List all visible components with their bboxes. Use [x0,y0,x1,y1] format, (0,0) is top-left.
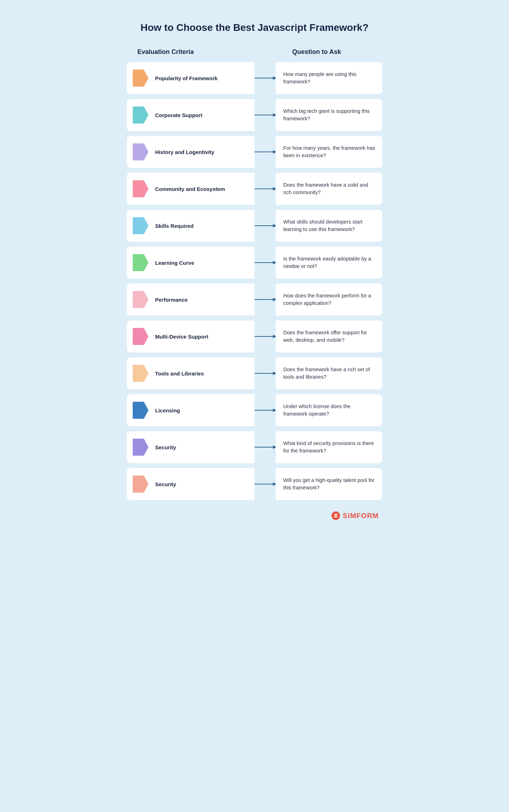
icon-wrapper [131,68,150,88]
bookmark-icon [132,180,149,198]
bookmark-icon [132,327,149,346]
right-panel: Does the framework offer support for web… [276,320,382,352]
bookmark-icon [132,401,149,419]
brand-name: SIMFORM [343,512,379,520]
criteria-row: Tools and Libraries Does the framework h… [127,357,382,389]
left-panel: Popularity of Framework [127,62,254,94]
left-panel: Tools and Libraries [127,357,254,389]
right-panel: Which big tech giant is supporting this … [276,99,382,131]
connector [254,210,276,242]
icon-wrapper [131,474,150,494]
right-panel: Under which license does the framework o… [276,394,382,426]
right-panel: For how many years, the framework has be… [276,136,382,168]
criteria-label: Licensing [155,407,180,413]
icon-wrapper [131,105,150,125]
col-header-right: Question to Ask [254,48,379,56]
left-panel: Community and Ecosystem [127,173,254,205]
arrow-line [254,373,276,374]
icon-wrapper [131,401,150,420]
right-panel: What kind of security provisions is ther… [276,431,382,463]
connector [254,320,276,352]
right-panel: Does the framework have a solid and rich… [276,173,382,205]
rows-container: Popularity of Framework How many people … [127,62,382,500]
column-headers: Evaluation Criteria Question to Ask [127,48,382,56]
footer: SIMFORM [127,511,382,521]
criteria-row: Community and Ecosystem Does the framewo… [127,173,382,205]
connector [254,173,276,205]
criteria-row: Security What kind of security provision… [127,431,382,463]
connector [254,99,276,131]
arrow-line [254,115,276,115]
connector [254,468,276,500]
bookmark-icon [132,69,149,87]
right-panel: Is the framework easily adoptable by a n… [276,247,382,279]
criteria-label: Security [155,444,176,450]
left-panel: Learning Curve [127,247,254,279]
arrow-line [254,336,276,337]
arrow-line [254,78,276,78]
svg-point-0 [332,511,340,520]
criteria-label: History and Logentivity [155,149,214,155]
icon-wrapper [131,327,150,346]
connector [254,284,276,316]
right-panel: Will you get a high-quality talent pool … [276,468,382,500]
bookmark-icon [132,143,149,161]
criteria-label: Corporate Support [155,112,202,118]
icon-wrapper [131,142,150,161]
criteria-row: Skills Required What skills should devel… [127,210,382,242]
icon-wrapper [131,438,150,457]
brand-logo: SIMFORM [331,511,379,521]
criteria-label: Security [155,481,176,487]
bookmark-icon [132,364,149,383]
criteria-label: Skills Required [155,223,193,229]
criteria-row: Multi-Device Support Does the framework … [127,320,382,352]
bookmark-icon [132,216,149,235]
left-panel: Licensing [127,394,254,426]
right-panel: What skills should developers start lear… [276,210,382,242]
left-panel: Skills Required [127,210,254,242]
right-panel: Does the framework have a rich set of to… [276,357,382,389]
arrow-line [254,262,276,263]
connector [254,394,276,426]
criteria-label: Performance [155,297,188,303]
page-title: How to Choose the Best Javascript Framew… [127,21,382,34]
arrow-line [254,447,276,448]
arrow-line [254,410,276,411]
icon-wrapper [131,179,150,198]
connector [254,247,276,279]
criteria-row: Popularity of Framework How many people … [127,62,382,94]
arrow-line [254,152,276,152]
right-panel: How does the framework perform for a com… [276,284,382,316]
bookmark-icon [132,106,149,124]
criteria-row: Security Will you get a high-quality tal… [127,468,382,500]
left-panel: History and Logentivity [127,136,254,168]
bookmark-icon [132,290,149,309]
arrow-line [254,484,276,484]
criteria-row: Licensing Under which license does the f… [127,394,382,426]
criteria-label: Community and Ecosystem [155,186,225,192]
criteria-label: Multi-Device Support [155,334,208,340]
criteria-label: Popularity of Framework [155,75,218,81]
connector [254,357,276,389]
arrow-line [254,188,276,189]
left-panel: Corporate Support [127,99,254,131]
page-container: How to Choose the Best Javascript Framew… [127,14,382,791]
bookmark-icon [132,475,149,493]
criteria-label: Tools and Libraries [155,371,204,377]
bookmark-icon [132,438,149,456]
left-panel: Performance [127,284,254,316]
left-panel: Security [127,431,254,463]
icon-wrapper [131,364,150,383]
criteria-row: Performance How does the framework perfo… [127,284,382,316]
connector [254,62,276,94]
connector [254,136,276,168]
left-panel: Multi-Device Support [127,320,254,352]
icon-wrapper [131,290,150,309]
right-panel: How many people are using this framework… [276,62,382,94]
arrow-line [254,299,276,300]
criteria-label: Learning Curve [155,260,194,266]
bookmark-icon [132,253,149,272]
criteria-row: Learning Curve Is the framework easily a… [127,247,382,279]
arrow-line [254,225,276,226]
icon-wrapper [131,253,150,272]
